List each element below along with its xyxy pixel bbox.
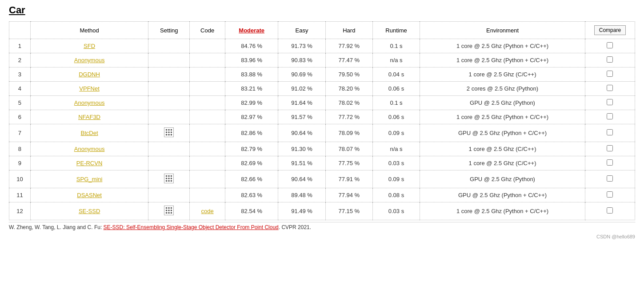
footnote-text-after: . CVPR 2021. bbox=[279, 224, 311, 230]
cell-environment: GPU @ 2.5 Ghz (Python + C/C++) bbox=[420, 188, 585, 202]
cell-setting bbox=[148, 96, 190, 110]
compare-checkbox[interactable] bbox=[607, 85, 613, 91]
moderate-sort-link[interactable]: Moderate bbox=[239, 27, 264, 34]
svg-point-10 bbox=[168, 175, 170, 177]
table-row: 4VPFNet83.21 %91.02 %78.20 %0.06 s2 core… bbox=[9, 82, 635, 96]
cell-method[interactable]: Anonymous bbox=[30, 142, 148, 156]
svg-point-14 bbox=[171, 178, 172, 179]
cell-hard: 77.15 % bbox=[325, 202, 372, 220]
cell-compare[interactable] bbox=[585, 124, 635, 142]
cell-setting bbox=[148, 156, 190, 170]
cell-runtime: 0.06 s bbox=[372, 82, 420, 96]
compare-checkbox[interactable] bbox=[607, 71, 613, 77]
cell-method[interactable]: DGDNH bbox=[30, 67, 148, 82]
cell-hard: 77.91 % bbox=[325, 170, 372, 188]
cell-setting bbox=[148, 39, 190, 53]
cell-method[interactable]: SPG_mini bbox=[30, 170, 148, 188]
method-link[interactable]: Anonymous bbox=[74, 99, 105, 106]
table-row: 9PE-RCVN82.69 %91.51 %77.75 %0.03 s1 cor… bbox=[9, 156, 635, 170]
col-header-code: Code bbox=[190, 22, 225, 39]
col-header-runtime: Runtime bbox=[372, 22, 420, 39]
compare-checkbox[interactable] bbox=[607, 159, 613, 166]
col-header-setting: Setting bbox=[148, 22, 190, 39]
compare-checkbox[interactable] bbox=[607, 129, 613, 135]
cell-method[interactable]: SFD bbox=[30, 39, 148, 53]
cell-runtime: 0.04 s bbox=[372, 67, 420, 82]
compare-checkbox[interactable] bbox=[607, 207, 613, 214]
method-link[interactable]: SE-SSD bbox=[79, 208, 100, 214]
method-link[interactable]: Anonymous bbox=[74, 146, 105, 152]
compare-checkbox[interactable] bbox=[607, 42, 613, 48]
compare-checkbox[interactable] bbox=[607, 56, 613, 63]
cell-runtime: n/a s bbox=[372, 142, 420, 156]
method-link[interactable]: DGDNH bbox=[79, 71, 100, 78]
cell-compare[interactable] bbox=[585, 188, 635, 202]
table-row: 10SPG_mini 82.66 %90.64 %77.91 %0.09 sGP… bbox=[9, 170, 635, 188]
cell-moderate: 82.69 % bbox=[225, 156, 278, 170]
cell-rank: 5 bbox=[9, 96, 31, 110]
method-link[interactable]: VPFNet bbox=[79, 85, 100, 92]
cell-rank: 2 bbox=[9, 53, 31, 67]
cell-compare[interactable] bbox=[585, 142, 635, 156]
cell-hard: 77.47 % bbox=[325, 53, 372, 67]
method-link[interactable]: SPG_mini bbox=[76, 176, 103, 182]
leaderboard-table: Method Setting Code Moderate Easy Hard R… bbox=[9, 21, 635, 220]
cell-method[interactable]: PE-RCVN bbox=[30, 156, 148, 170]
cell-code bbox=[190, 67, 225, 82]
cell-moderate: 82.86 % bbox=[225, 124, 278, 142]
cell-code bbox=[190, 142, 225, 156]
method-link[interactable]: DSASNet bbox=[77, 192, 102, 198]
svg-point-12 bbox=[166, 178, 168, 179]
table-header-row: Method Setting Code Moderate Easy Hard R… bbox=[9, 22, 635, 39]
col-header-hard: Hard bbox=[325, 22, 372, 39]
cell-method[interactable]: DSASNet bbox=[30, 188, 148, 202]
cell-compare[interactable] bbox=[585, 53, 635, 67]
cell-method[interactable]: VPFNet bbox=[30, 82, 148, 96]
method-link[interactable]: NFAF3D bbox=[78, 114, 100, 120]
method-link[interactable]: Anonymous bbox=[74, 57, 105, 63]
compare-checkbox[interactable] bbox=[607, 191, 613, 198]
cell-rank: 12 bbox=[9, 202, 31, 220]
method-link[interactable]: BtcDet bbox=[81, 130, 98, 136]
cell-method[interactable]: Anonymous bbox=[30, 96, 148, 110]
compare-checkbox[interactable] bbox=[607, 99, 613, 105]
cell-method[interactable]: BtcDet bbox=[30, 124, 148, 142]
svg-point-24 bbox=[166, 212, 168, 214]
cell-method[interactable]: SE-SSD bbox=[30, 202, 148, 220]
table-row: 5Anonymous82.99 %91.64 %78.02 %0.1 sGPU … bbox=[9, 96, 635, 110]
cell-compare[interactable] bbox=[585, 110, 635, 124]
cell-code[interactable]: code bbox=[190, 202, 225, 220]
svg-point-19 bbox=[168, 207, 170, 209]
cell-setting bbox=[148, 53, 190, 67]
cell-environment: 1 core @ 2.5 Ghz (Python + C/C++) bbox=[420, 53, 585, 67]
compare-button[interactable]: Compare bbox=[594, 25, 626, 35]
svg-point-9 bbox=[166, 175, 168, 177]
cell-environment: GPU @ 2.5 Ghz (Python + C/C++) bbox=[420, 124, 585, 142]
compare-checkbox[interactable] bbox=[607, 175, 613, 182]
code-link[interactable]: code bbox=[201, 208, 214, 214]
method-link[interactable]: SFD bbox=[84, 43, 95, 49]
table-row: 12SE-SSD code82.54 %91.49 %77.15 %0.03 s… bbox=[9, 202, 635, 220]
cell-compare[interactable] bbox=[585, 202, 635, 220]
compare-checkbox[interactable] bbox=[607, 145, 613, 151]
cell-compare[interactable] bbox=[585, 39, 635, 53]
cell-compare[interactable] bbox=[585, 156, 635, 170]
cell-easy: 90.83 % bbox=[278, 53, 325, 67]
cell-compare[interactable] bbox=[585, 170, 635, 188]
method-link[interactable]: PE-RCVN bbox=[76, 160, 103, 166]
svg-point-17 bbox=[171, 180, 172, 182]
table-row: 8Anonymous82.79 %91.30 %78.07 %n/a s1 co… bbox=[9, 142, 635, 156]
footnote-link[interactable]: SE-SSD: Self-Ensembling Single-Stage Obj… bbox=[104, 224, 279, 230]
cell-hard: 78.07 % bbox=[325, 142, 372, 156]
cell-easy: 91.49 % bbox=[278, 202, 325, 220]
compare-checkbox[interactable] bbox=[607, 113, 613, 119]
svg-point-21 bbox=[166, 210, 168, 211]
cell-compare[interactable] bbox=[585, 67, 635, 82]
cell-compare[interactable] bbox=[585, 96, 635, 110]
cell-easy: 91.64 % bbox=[278, 96, 325, 110]
col-header-moderate[interactable]: Moderate bbox=[225, 22, 278, 39]
cell-compare[interactable] bbox=[585, 82, 635, 96]
cell-method[interactable]: NFAF3D bbox=[30, 110, 148, 124]
cell-method[interactable]: Anonymous bbox=[30, 53, 148, 67]
cell-easy: 90.64 % bbox=[278, 170, 325, 188]
